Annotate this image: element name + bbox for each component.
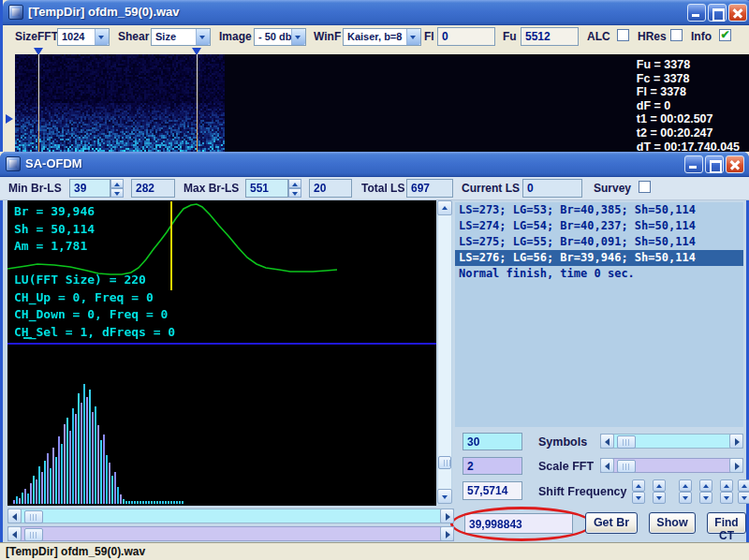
min-brls-field[interactable]: 39: [69, 179, 110, 198]
total-ls-label: Total LS: [361, 182, 404, 195]
log-row[interactable]: LS=276; LG=56; Br=39,946; Sh=50,114: [455, 250, 743, 266]
scalefft-scrollbar[interactable]: [600, 458, 743, 473]
show-button[interactable]: Show: [649, 512, 696, 534]
annotation-ellipse: [450, 507, 593, 541]
winf-select[interactable]: Kaiser, b=8: [343, 28, 421, 46]
scalefft-field[interactable]: 2: [463, 457, 522, 475]
scroll-left-icon[interactable]: [7, 508, 22, 523]
shear-label: Shear: [118, 30, 149, 43]
shift-spinner-6[interactable]: [738, 479, 749, 504]
analysis-vscrollbar[interactable]: [437, 200, 452, 504]
dropdown-icon[interactable]: [406, 29, 420, 45]
shift-spinner-4[interactable]: [699, 479, 712, 504]
curve-scroll-thumb[interactable]: [24, 528, 43, 541]
histogram-scrollbar[interactable]: [7, 508, 454, 523]
shear-select[interactable]: Size: [151, 28, 211, 46]
winf-label: WinF: [314, 30, 341, 43]
app-icon: [6, 156, 21, 171]
image-value: - 50 db: [258, 31, 291, 42]
sizefft-value: 1024: [62, 31, 84, 42]
window-title: SA-OFDM: [25, 156, 82, 170]
log-row[interactable]: LS=274; LG=54; Br=40,237; Sh=50,114: [455, 218, 743, 234]
find-ct-button[interactable]: Find CT: [707, 512, 746, 534]
min-brls-spinner[interactable]: [110, 179, 124, 198]
scroll-right-icon[interactable]: [729, 458, 743, 473]
scroll-up-icon[interactable]: [437, 200, 452, 215]
marker2-line[interactable]: [197, 54, 198, 152]
spectrogram-window: [TempDir] ofdm_59(0).wav SizeFFT 1024 Sh…: [0, 0, 749, 152]
symbols-field[interactable]: 30: [463, 433, 522, 450]
histogram-scroll-thumb[interactable]: [24, 510, 43, 523]
hres-checkbox[interactable]: [670, 29, 683, 41]
hres-label: HRes: [638, 30, 667, 43]
scroll-down-icon[interactable]: [437, 489, 452, 504]
min-brls-extra-field[interactable]: 282: [131, 179, 175, 198]
fu-field[interactable]: 5512: [521, 27, 579, 46]
analysis-panel[interactable]: Br = 39,946Sh = 50,114Am = 1,781 LU(FFT …: [7, 200, 436, 506]
symbols-label: Symbols: [538, 435, 587, 449]
vscroll-thumb[interactable]: [438, 456, 451, 469]
image-select[interactable]: - 50 db: [254, 28, 306, 46]
shift-spinner-5[interactable]: [720, 479, 733, 504]
log-row[interactable]: Normal finish, time 0 sec.: [455, 266, 743, 282]
get-br-button[interactable]: Get Br: [585, 512, 638, 534]
scroll-right-icon[interactable]: [440, 508, 454, 523]
close-button[interactable]: [728, 4, 747, 22]
log-row[interactable]: LS=275; LG=55; Br=40,091; Sh=50,114: [455, 234, 743, 250]
symbols-scroll-thumb[interactable]: [617, 435, 636, 449]
spectrogram-titlebar[interactable]: [TempDir] ofdm_59(0).wav: [3, 0, 749, 25]
shift-spinner-2[interactable]: [653, 479, 666, 504]
scroll-left-icon[interactable]: [600, 434, 614, 449]
freq-marker-icon[interactable]: [6, 114, 13, 124]
survey-checkbox[interactable]: [639, 181, 651, 193]
maximize-button[interactable]: [705, 155, 724, 173]
log-list[interactable]: LS=273; LG=53; Br=40,385; Sh=50,114LS=27…: [455, 202, 743, 427]
toolbar: SizeFFT 1024 Shear Size Image - 50 db Wi…: [3, 25, 749, 49]
screen: [TempDir] ofdm_59(0).wav SizeFFT 1024 Sh…: [0, 0, 749, 560]
min-brls-label: Min Br-LS: [8, 182, 62, 195]
dropdown-icon[interactable]: [196, 29, 210, 45]
sizefft-select[interactable]: 1024: [57, 28, 110, 46]
minimize-button[interactable]: [687, 4, 706, 22]
max-brls-spinner[interactable]: [288, 179, 301, 198]
shear-value: Size: [155, 31, 176, 42]
sizefft-label: SizeFFT: [15, 30, 58, 43]
scroll-right-icon[interactable]: [729, 434, 743, 449]
current-ls-field[interactable]: 0: [522, 179, 582, 198]
info-checkbox[interactable]: [719, 29, 731, 41]
winf-value: Kaiser, b=8: [347, 31, 402, 42]
scalefft-scroll-thumb[interactable]: [617, 460, 636, 473]
fl-field[interactable]: 0: [437, 27, 495, 46]
minimize-button[interactable]: [684, 155, 703, 173]
scroll-left-icon[interactable]: [600, 458, 614, 473]
shift-frequency-field[interactable]: 57,5714: [463, 481, 522, 500]
marker1-line[interactable]: [38, 54, 39, 152]
histogram: [7, 200, 436, 506]
shift-spinner-3[interactable]: [679, 479, 692, 504]
maximize-button[interactable]: [708, 4, 727, 22]
scroll-left-icon[interactable]: [7, 526, 22, 541]
alc-label: ALC: [587, 30, 610, 43]
total-ls-field[interactable]: 697: [406, 179, 453, 198]
freq-marker-strip[interactable]: [6, 54, 15, 152]
alc-checkbox[interactable]: [617, 29, 629, 41]
max-brls-label: Max Br-LS: [184, 182, 239, 195]
sa-controls-row: Min Br-LS 39 282 Max Br-LS 551 20 Total …: [0, 177, 749, 200]
max-brls-extra-field[interactable]: 20: [309, 179, 352, 198]
window-title: [TempDir] ofdm_59(0).wav: [28, 5, 180, 19]
max-brls-field[interactable]: 551: [245, 179, 288, 198]
symbols-scrollbar[interactable]: [600, 434, 743, 449]
close-button[interactable]: [726, 155, 744, 173]
scroll-right-icon[interactable]: [440, 526, 454, 541]
scalefft-label: Scale FFT: [538, 460, 594, 473]
sa-ofdm-window: SA-OFDM Min Br-LS 39 282 Max Br-LS 551 2…: [0, 152, 749, 560]
shift-spinner-1[interactable]: [632, 479, 645, 504]
dropdown-icon[interactable]: [95, 29, 109, 45]
dropdown-icon[interactable]: [291, 29, 305, 45]
sa-titlebar[interactable]: SA-OFDM: [0, 152, 749, 177]
log-row[interactable]: LS=273; LG=53; Br=40,385; Sh=50,114: [455, 202, 743, 218]
curve-scrollbar[interactable]: [7, 526, 454, 541]
spectrogram-canvas[interactable]: [15, 54, 225, 152]
spectrogram-view[interactable]: Fu = 3378Fc = 3378Fl = 3378dF = 0t1 = 00…: [15, 54, 749, 152]
current-ls-label: Current LS: [462, 182, 520, 195]
